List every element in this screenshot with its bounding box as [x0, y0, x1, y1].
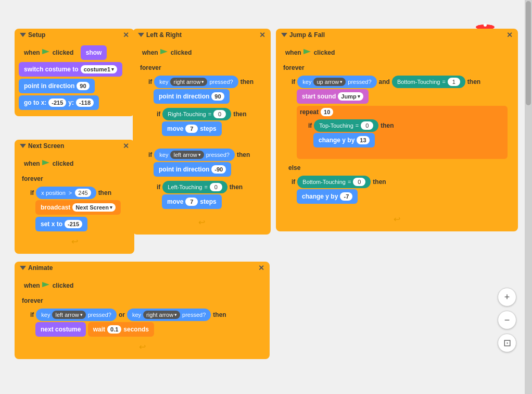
- lr-left-arrow-dropdown[interactable]: left arrow: [170, 151, 204, 159]
- jf-up-key-condition[interactable]: key up arrow pressed?: [297, 76, 376, 88]
- switch-costume-block[interactable]: switch costume to costume1: [19, 62, 122, 77]
- go-to-xy-block[interactable]: go to x: -215 y: -118: [19, 95, 99, 110]
- jf-if-top-touch-block[interactable]: if Top-Touching = 0 then: [305, 117, 504, 151]
- ns-forever-label-row: forever: [22, 175, 127, 182]
- ns-broadcast-dropdown[interactable]: Next Screen: [72, 203, 116, 212]
- lr-left-touch-val[interactable]: 0: [210, 183, 222, 191]
- jf-bottom-touch-val[interactable]: 1: [448, 78, 460, 86]
- lr-forever-block[interactable]: forever if key right arrow pressed? then: [137, 62, 267, 228]
- zoom-out-button[interactable]: −: [498, 311, 516, 329]
- anim-right-arrow-dropdown[interactable]: right arrow: [143, 311, 180, 319]
- ns-threshold-value[interactable]: 245: [75, 189, 91, 197]
- lr-panel-header[interactable]: Left & Right ✕: [133, 29, 271, 41]
- jf-top-touching-condition[interactable]: Top-Touching = 0: [314, 119, 378, 132]
- lr-point-right-block[interactable]: point in direction 90: [154, 89, 230, 104]
- lr-move-left-val[interactable]: 7: [185, 198, 198, 206]
- jf-bottom-touching-condition[interactable]: Bottom-Touching = 1: [392, 76, 465, 88]
- setup-close-button[interactable]: ✕: [123, 31, 129, 39]
- ns-when-clicked-block[interactable]: when clicked: [19, 156, 79, 171]
- ns-condition-block[interactable]: x position > 245: [36, 187, 96, 199]
- anim-cond-right-key[interactable]: key right arrow pressed?: [127, 309, 211, 321]
- scrollbar[interactable]: [525, 0, 532, 394]
- ns-if-label: if: [30, 189, 34, 196]
- anim-if-block[interactable]: if key left arrow pressed? or key right …: [27, 306, 262, 340]
- lr-then3-label: then: [237, 151, 250, 158]
- animate-body: when clicked forever if key left arrow p…: [15, 274, 270, 359]
- lr-if-left-block[interactable]: if key left arrow pressed? then point in…: [145, 146, 263, 215]
- lr-when-clicked-block[interactable]: when clicked: [137, 45, 197, 60]
- jf-bottom-touch-fall-val[interactable]: 0: [353, 178, 365, 186]
- lr-right-touching-condition[interactable]: Right-Touching = 0: [162, 108, 231, 120]
- anim-forever-block[interactable]: forever if key left arrow pressed? or ke…: [19, 295, 265, 353]
- lr-right-touch-val[interactable]: 0: [213, 110, 226, 118]
- y-value[interactable]: -118: [76, 98, 94, 107]
- jf-repeat-val[interactable]: 10: [321, 108, 333, 116]
- lr-body: when clicked forever if key right arrow …: [133, 41, 271, 235]
- y-label: y:: [68, 99, 74, 106]
- jf-close-button[interactable]: ✕: [506, 31, 513, 39]
- lr-move-right-val[interactable]: 7: [185, 125, 198, 133]
- lr-dir-90-value[interactable]: 90: [211, 92, 224, 101]
- anim-when-clicked-block[interactable]: when clicked: [19, 278, 79, 293]
- lr-left-key-condition[interactable]: key left arrow pressed?: [154, 149, 235, 161]
- point-direction-block[interactable]: point in direction 90: [19, 79, 95, 93]
- anim-left-arrow-dropdown[interactable]: left arrow: [52, 311, 85, 319]
- ns-forever-block[interactable]: forever if x position > 245 then: [19, 173, 130, 248]
- ns-broadcast-block[interactable]: broadcast Next Screen: [35, 200, 121, 215]
- next-screen-close-button[interactable]: ✕: [123, 142, 129, 150]
- costume-dropdown[interactable]: costume1: [81, 65, 117, 73]
- jf-if-fall-block[interactable]: if Bottom-Touching = 0 then change y by …: [288, 174, 511, 207]
- left-right-panel: Left & Right ✕ when clicked forever if: [133, 29, 271, 235]
- direction-value[interactable]: 90: [77, 82, 89, 90]
- zoom-in-button[interactable]: +: [498, 288, 516, 306]
- lr-move-left-block[interactable]: move 7 steps: [162, 194, 222, 209]
- jf-up-arrow-dropdown[interactable]: up arrow: [313, 78, 346, 86]
- lr-point-left-block[interactable]: point in direction -90: [154, 162, 231, 177]
- ns-set-x-value[interactable]: -215: [65, 220, 82, 228]
- anim-next-costume-block[interactable]: next costume: [35, 322, 86, 337]
- jf-change-y-up-block[interactable]: change y by 13: [313, 133, 375, 147]
- zoom-reset-button[interactable]: ⊡: [498, 334, 516, 352]
- animate-close-button[interactable]: ✕: [258, 264, 264, 272]
- jf-top-touch-val[interactable]: 0: [361, 121, 373, 130]
- scrollbar-thumb[interactable]: [526, 1, 531, 105]
- jf-sound-block[interactable]: start sound Jump: [297, 89, 369, 104]
- jf-forever-block[interactable]: forever if key up arrow pressed? and Bot…: [280, 62, 514, 225]
- lr-dir-neg90-value[interactable]: -90: [211, 165, 226, 174]
- jf-if-jump-block[interactable]: if key up arrow pressed? and Bottom-Touc…: [288, 73, 511, 162]
- animate-panel-header[interactable]: Animate ✕: [15, 262, 270, 274]
- show-block[interactable]: show: [81, 45, 107, 60]
- jf-then2-label: then: [381, 122, 394, 129]
- anim-tail-icon: ↩: [22, 341, 262, 353]
- jf-tail-icon: ↩: [283, 213, 511, 225]
- lr-close-button[interactable]: ✕: [259, 31, 265, 39]
- jf-change-y-up-val[interactable]: 13: [357, 136, 369, 144]
- x-value[interactable]: -215: [48, 98, 66, 107]
- jf-change-y-down-block[interactable]: change y by -7: [297, 189, 358, 204]
- lr-if-right-touch-block[interactable]: if Right-Touching = 0 then: [154, 106, 260, 139]
- ns-if-block[interactable]: if x position > 245 then broadcast Next …: [27, 184, 127, 235]
- lr-if-right-block[interactable]: if key right arrow pressed? then point i…: [145, 73, 263, 142]
- when-clicked-block[interactable]: when clicked: [19, 45, 79, 60]
- next-screen-panel-header[interactable]: Next Screen ✕: [15, 140, 134, 152]
- setup-panel-header[interactable]: Setup ✕: [15, 29, 134, 41]
- lr-right-key-condition[interactable]: key right arrow pressed?: [154, 76, 238, 88]
- anim-cond-left-key[interactable]: key left arrow pressed?: [36, 309, 117, 321]
- jf-sound-dropdown[interactable]: Jump: [338, 92, 363, 101]
- setup-panel: Setup ✕ when clicked show switch costume…: [15, 29, 134, 116]
- jf-panel-header[interactable]: Jump & Fall ✕: [276, 29, 518, 41]
- anim-wait-block[interactable]: wait 0.1 seconds: [88, 322, 154, 337]
- lr-if-left-touch-block[interactable]: if Left-Touching = 0 then: [154, 179, 260, 212]
- anim-if-row: if key left arrow pressed? or key right …: [30, 309, 259, 321]
- jf-change-y-down-val[interactable]: -7: [340, 192, 352, 201]
- jf-if3-label: if: [292, 178, 295, 186]
- animate-collapse-triangle: [20, 266, 26, 270]
- jf-repeat-block[interactable]: repeat 10 if Top-Touching: [297, 106, 508, 159]
- lr-move-right-block[interactable]: move 7 steps: [162, 121, 222, 136]
- lr-left-touching-condition[interactable]: Left-Touching = 0: [162, 181, 227, 193]
- anim-wait-value[interactable]: 0.1: [107, 325, 121, 334]
- jf-bottom-touching-fall-condition[interactable]: Bottom-Touching = 0: [297, 176, 371, 188]
- lr-right-arrow-dropdown[interactable]: right arrow: [170, 78, 207, 86]
- jf-when-clicked-block[interactable]: when clicked: [280, 45, 340, 60]
- ns-set-x-block[interactable]: set x to -215: [35, 217, 87, 231]
